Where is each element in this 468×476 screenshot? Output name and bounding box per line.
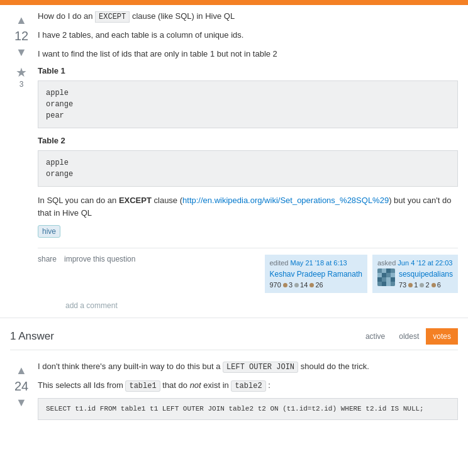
answer-body: I don't think there's any built-in way t… xyxy=(38,360,458,420)
join-inline-code: LEFT OUTER JOIN xyxy=(223,362,298,373)
svg-rect-7 xyxy=(386,273,391,277)
svg-rect-9 xyxy=(377,277,382,282)
hive-tag[interactable]: hive xyxy=(38,225,60,238)
table1-inline-code: table1 xyxy=(125,380,160,392)
sql-description: In SQL you can do an EXCEPT clause (http… xyxy=(38,194,458,219)
editor-card: edited May 21 '18 at 6:13 Keshav Pradeep… xyxy=(265,255,367,293)
asked-text: asked xyxy=(377,259,396,267)
svg-rect-1 xyxy=(377,268,382,273)
editor-bronze-dot xyxy=(283,283,287,287)
answer-content: I don't think there's any built-in way t… xyxy=(33,360,458,426)
svg-rect-4 xyxy=(391,268,395,273)
upvote-button[interactable]: ▲ xyxy=(14,13,29,28)
answer-area: ▲ 24 ▼ I don't think there's any built-i… xyxy=(10,355,458,431)
table1-code-block: apple orange pear xyxy=(38,80,458,128)
svg-rect-6 xyxy=(382,273,386,277)
user-cards: edited May 21 '18 at 6:13 Keshav Pradeep… xyxy=(265,255,459,293)
svg-rect-8 xyxy=(391,273,395,277)
svg-rect-12 xyxy=(391,277,395,282)
edited-date[interactable]: May 21 '18 at 6:13 xyxy=(291,259,347,267)
answer-vote-column: ▲ 24 ▼ xyxy=(10,360,33,426)
favorite-button[interactable]: ★ xyxy=(16,65,27,80)
answers-header: 1 Answer active oldest votes xyxy=(10,323,458,350)
question-body: How do I do an EXCEPT clause (like SQL) … xyxy=(38,10,458,219)
vote-count: 12 xyxy=(14,29,28,43)
svg-rect-5 xyxy=(377,273,382,277)
answer-vote-count: 24 xyxy=(14,379,28,394)
answer-para-1: I don't think there's any built-in way t… xyxy=(38,360,458,373)
asker-silver-dot xyxy=(420,283,424,287)
not-italic: not xyxy=(190,380,201,390)
editor-bronze2-dot xyxy=(309,283,314,287)
svg-rect-3 xyxy=(386,268,391,273)
question-para-2: I have 2 tables, and each table is a col… xyxy=(38,29,458,42)
svg-rect-16 xyxy=(391,282,395,286)
svg-rect-14 xyxy=(382,282,386,286)
svg-rect-11 xyxy=(386,277,391,282)
editor-info: Keshav Pradeep Ramanath 970 3 14 26 xyxy=(270,268,362,291)
editor-silver-dot xyxy=(294,283,299,287)
asker-bronze2-dot xyxy=(432,283,436,287)
question-para-1: How do I do an EXCEPT clause (like SQL) … xyxy=(38,10,458,23)
vote-column: ▲ 12 ▼ ★ 3 xyxy=(10,10,33,318)
asker-avatar xyxy=(377,268,395,286)
question-footer: share improve this question edited May 2… xyxy=(38,251,458,298)
answers-count: 1 Answer xyxy=(10,330,54,343)
editor-name[interactable]: Keshav Pradeep Ramanath xyxy=(270,268,362,280)
share-link[interactable]: share xyxy=(38,255,57,263)
edited-text: edited xyxy=(270,259,289,267)
asker-info: sesquipedalians 73 1 2 6 xyxy=(377,268,453,291)
answer-code-block: SELECT t1.id FROM table1 t1 LEFT OUTER J… xyxy=(38,398,458,420)
answers-section: 1 Answer active oldest votes ▲ 24 ▼ I do… xyxy=(0,318,468,431)
table1-heading: Table 1 xyxy=(38,66,458,75)
svg-rect-15 xyxy=(386,282,391,286)
comments-section: add a comment xyxy=(38,298,458,310)
tags-row: hive xyxy=(38,225,458,241)
asker-name[interactable]: sesquipedalians xyxy=(399,268,453,280)
asker-text: sesquipedalians 73 1 2 6 xyxy=(399,268,453,291)
asker-rep: 73 1 2 6 xyxy=(399,280,453,291)
answer-row: ▲ 24 ▼ I don't think there's any built-i… xyxy=(10,360,458,426)
sort-tabs: active oldest votes xyxy=(359,328,458,345)
improve-link[interactable]: improve this question xyxy=(64,255,135,263)
svg-rect-13 xyxy=(377,282,382,286)
downvote-button[interactable]: ▼ xyxy=(14,45,29,60)
asker-card: asked Jun 4 '12 at 22:03 xyxy=(372,255,458,293)
table2-inline-code: table2 xyxy=(231,380,265,392)
favorite-count: 3 xyxy=(20,80,24,89)
wikipedia-link[interactable]: http://en.wikipedia.org/wiki/Set_operati… xyxy=(182,196,389,205)
add-comment-link[interactable]: add a comment xyxy=(65,299,118,313)
table2-heading: Table 2 xyxy=(38,136,458,145)
asked-label: asked Jun 4 '12 at 22:03 xyxy=(377,258,453,268)
table2-code-block: apple orange xyxy=(38,150,458,187)
footer-actions: share improve this question xyxy=(38,255,135,263)
question-para-3: I want to find the list of ids that are … xyxy=(38,48,458,60)
editor-text: Keshav Pradeep Ramanath 970 3 14 26 xyxy=(270,268,362,291)
edited-label: edited May 21 '18 at 6:13 xyxy=(270,258,362,268)
sort-votes-tab[interactable]: votes xyxy=(426,328,458,345)
question-content: How do I do an EXCEPT clause (like SQL) … xyxy=(33,10,458,318)
svg-rect-2 xyxy=(382,268,386,273)
sort-active-tab[interactable]: active xyxy=(359,328,392,345)
svg-rect-10 xyxy=(382,277,386,282)
sort-oldest-tab[interactable]: oldest xyxy=(392,328,426,345)
asker-bronze-dot xyxy=(408,283,413,287)
asked-date[interactable]: Jun 4 '12 at 22:03 xyxy=(398,259,452,267)
except-word: EXCEPT xyxy=(119,196,152,205)
answer-upvote-button[interactable]: ▲ xyxy=(14,363,29,378)
answer-downvote-button[interactable]: ▼ xyxy=(14,395,29,410)
editor-rep: 970 3 14 26 xyxy=(270,280,362,291)
except-inline-code: EXCEPT xyxy=(95,11,130,23)
answer-para-2: This selects all Ids from table1 that do… xyxy=(38,379,458,392)
